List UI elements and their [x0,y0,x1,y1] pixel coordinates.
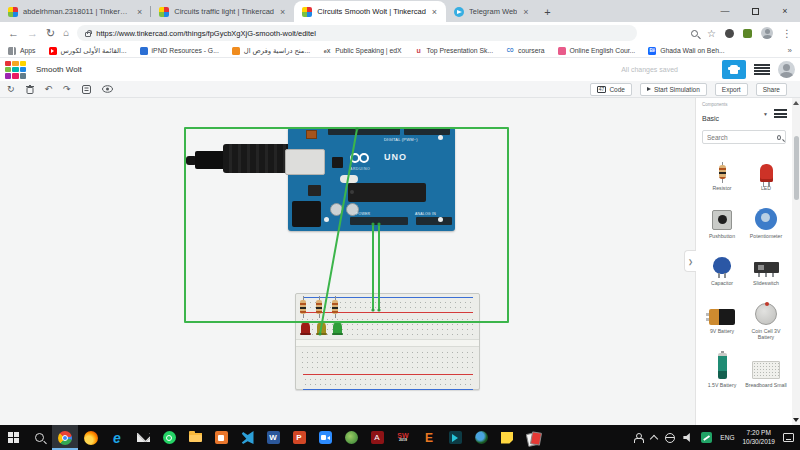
component-search[interactable] [702,130,786,144]
people-icon[interactable] [633,433,643,443]
action-center-icon[interactable] [783,433,794,442]
share-button[interactable]: Share [756,83,787,96]
start-simulation-button[interactable]: Start Simulation [640,83,707,96]
taskbar-vscode[interactable] [234,425,260,450]
bookmark-scholarships[interactable]: منح دراسية وفرص ال... [232,47,310,55]
annotation-icon[interactable] [82,85,91,94]
led-yellow[interactable] [317,322,326,335]
led-red[interactable] [301,322,310,335]
digital-pin-header[interactable] [328,128,400,135]
taskbar-mail[interactable] [130,425,156,450]
close-button[interactable]: × [770,0,800,22]
reset-button[interactable] [306,130,317,139]
component-slideswitch[interactable]: Slideswitch [744,245,788,287]
minimize-button[interactable]: — [710,0,740,22]
taskbar-sticky-notes[interactable] [494,425,520,450]
circuit-canvas[interactable]: DIGITAL (PWM~) UNO ARDUINO POWER ANALOG … [0,98,800,425]
chevron-down-icon[interactable]: ▼ [763,111,768,117]
network-icon[interactable] [665,433,675,443]
component-pushbutton[interactable]: Pushbutton [700,198,744,240]
component-led[interactable]: LED [744,150,788,192]
extension-icon[interactable] [725,29,734,38]
new-tab-button[interactable]: + [538,2,558,22]
analog-pin-header[interactable] [416,217,452,225]
tinkercad-logo[interactable] [5,61,26,79]
component-capacitor[interactable]: Capacitor [700,245,744,287]
taskbar-teal-app[interactable] [442,425,468,450]
tray-app-icon[interactable] [701,432,712,443]
taskbar-zoom[interactable] [312,425,338,450]
user-avatar[interactable] [778,61,795,78]
code-button[interactable]: 47Code [590,83,632,96]
taskbar-clock[interactable]: 7:20 PM 10/30/2019 [742,429,775,445]
taskbar-search-button[interactable] [26,425,52,450]
bookmark-behance[interactable]: BēGhada Wali on Beh... [648,47,724,55]
language-indicator[interactable]: ENG [720,434,734,441]
bookmarks-overflow-icon[interactable]: » [788,46,792,55]
digital-pin-header-2[interactable] [404,128,450,135]
breadboard[interactable] [295,293,480,390]
taskbar-orange-app[interactable] [208,425,234,450]
component-potentiometer[interactable]: Potentiometer [744,198,788,240]
forward-icon[interactable]: → [27,28,38,39]
taskbar-chrome[interactable] [52,425,78,450]
taskbar-solitaire[interactable] [520,425,546,450]
volume-icon[interactable] [683,433,693,442]
usb-cable-plug[interactable] [195,151,225,169]
component-15v-battery[interactable]: 1.5V Battery [700,347,744,389]
refresh-icon[interactable]: ↻ [46,28,55,39]
menu-kebab-icon[interactable]: ⋮ [782,28,792,39]
tab-close-icon[interactable]: × [522,7,529,17]
tab-close-icon[interactable]: × [279,7,286,17]
taskbar-word[interactable]: W [260,425,286,450]
tab-close-icon[interactable]: × [136,7,143,17]
atmega-ic[interactable] [348,183,426,202]
components-dropdown[interactable]: Components Basic [702,102,763,125]
taskbar-whatsapp[interactable] [156,425,182,450]
led-green[interactable] [333,322,342,335]
bookmark-apps[interactable]: Apps [8,47,36,55]
bookmark-ipnd[interactable]: iPND Resources - G... [140,47,219,55]
bottom-rail-holes[interactable] [303,377,473,388]
view-icon[interactable] [102,85,113,93]
export-button[interactable]: Export [715,83,748,96]
start-button[interactable] [0,425,26,450]
address-bar[interactable]: https://www.tinkercad.com/things/fpGycbX… [77,25,637,41]
browser-profile-avatar[interactable] [761,27,773,39]
maximize-button[interactable] [740,0,770,22]
extension-icon[interactable] [743,29,752,38]
zoom-lens-icon[interactable] [691,30,698,37]
tab-close-icon[interactable]: × [431,7,438,17]
undo-icon[interactable]: ↶ [45,85,53,94]
power-pin-header[interactable] [350,217,408,225]
taskbar-acrobat[interactable]: A [364,425,390,450]
component-breadboard-small[interactable]: Breadboard Small [744,347,788,389]
design-title[interactable]: Smooth Wolt [36,65,82,74]
resistor-2[interactable] [316,300,322,314]
list-view-icon[interactable] [754,64,770,76]
bookmark-edx[interactable]: eXPublic Speaking | edX [323,47,401,55]
scroll-down-icon[interactable] [793,418,799,422]
taskbar-green-app[interactable] [338,425,364,450]
bookmark-youtube[interactable]: القائمة الأولى لكورس... [49,47,127,55]
taskbar-file-explorer[interactable] [182,425,208,450]
component-coin-cell[interactable]: Coin Cell 3V Battery [744,293,788,341]
redo-icon[interactable]: ↷ [63,85,71,94]
back-icon[interactable]: ← [8,28,19,39]
bookmark-coursera[interactable]: COcoursera [506,47,544,55]
taskbar-powerpoint[interactable]: P [286,425,312,450]
taskbar-solidworks[interactable]: SW2019 [390,425,416,450]
browser-tab-4[interactable]: Telegram Web × [446,1,537,22]
delete-icon[interactable] [26,85,34,94]
component-9v-battery[interactable]: 9V Battery [700,293,744,341]
bookmark-star-icon[interactable]: ☆ [707,28,716,39]
bookmark-presentation[interactable]: uTop Presentation Sk... [415,47,494,55]
search-input[interactable] [707,134,777,141]
arduino-uno-board[interactable]: DIGITAL (PWM~) UNO ARDUINO POWER ANALOG … [288,127,455,231]
top-rail-holes[interactable] [303,300,473,311]
home-icon[interactable]: ⌂ [63,28,69,38]
main-grid-bottom[interactable] [300,350,476,371]
taskbar-google-earth[interactable] [468,425,494,450]
chevron-up-icon[interactable] [650,435,658,443]
scrollbar-thumb[interactable] [794,136,799,200]
